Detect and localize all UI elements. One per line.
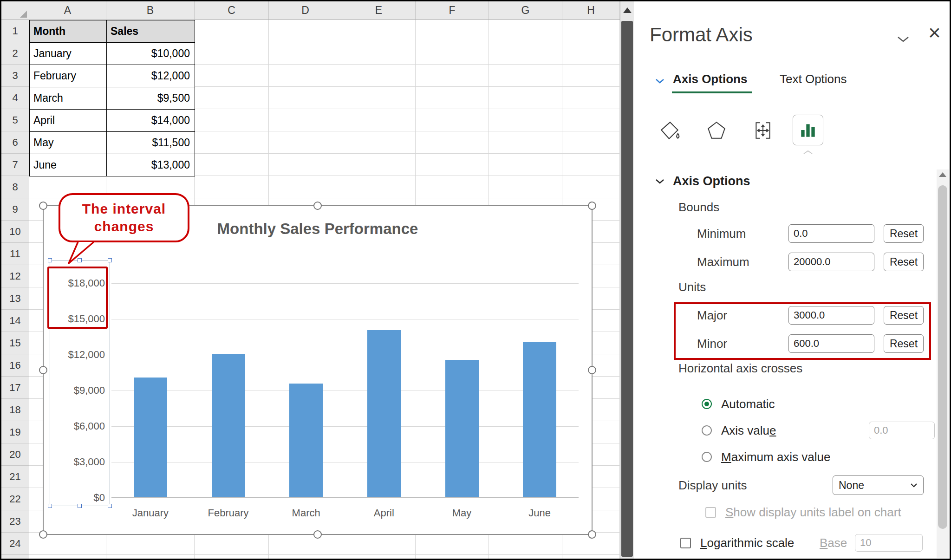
row-header-12[interactable]: 12 bbox=[1, 265, 29, 287]
row-header-3[interactable]: 3 bbox=[1, 65, 29, 87]
chart-bar-january[interactable] bbox=[134, 378, 167, 497]
row-header-13[interactable]: 13 bbox=[1, 287, 29, 310]
row-header-14[interactable]: 14 bbox=[1, 310, 29, 332]
collapse-pane-icon[interactable] bbox=[897, 36, 910, 43]
fill-icon[interactable] bbox=[656, 117, 684, 144]
row-header-19[interactable]: 19 bbox=[1, 421, 29, 443]
row-header-6[interactable]: 6 bbox=[1, 131, 29, 154]
table-cell-month[interactable]: June bbox=[30, 154, 107, 176]
row-header-7[interactable]: 7 bbox=[1, 154, 29, 176]
scroll-up-icon[interactable] bbox=[620, 1, 634, 19]
effects-icon[interactable] bbox=[703, 117, 730, 144]
column-header-h[interactable]: H bbox=[562, 1, 620, 20]
chart-bar-june[interactable] bbox=[523, 342, 556, 497]
pane-scrollbar[interactable] bbox=[937, 169, 949, 558]
x-axis-label[interactable]: March bbox=[292, 507, 320, 519]
column-header-a[interactable]: A bbox=[29, 1, 106, 20]
x-axis-label[interactable]: June bbox=[528, 507, 551, 519]
sheet-scrollbar-thumb[interactable] bbox=[621, 21, 633, 557]
automatic-radio[interactable] bbox=[702, 399, 712, 409]
sheet-scrollbar[interactable] bbox=[620, 1, 634, 559]
chart[interactable]: Monthly Sales Performance $18,000$15,000… bbox=[43, 205, 593, 535]
table-cell-month[interactable]: March bbox=[30, 87, 107, 110]
minimum-reset-button[interactable]: Reset bbox=[884, 224, 924, 243]
chart-handle-icon[interactable] bbox=[39, 366, 47, 374]
table-cell-month[interactable]: February bbox=[30, 65, 107, 87]
row-header-18[interactable]: 18 bbox=[1, 399, 29, 421]
row-header-24[interactable]: 24 bbox=[1, 533, 29, 555]
axis-handle-icon[interactable] bbox=[78, 504, 82, 508]
row-header-20[interactable]: 20 bbox=[1, 443, 29, 466]
size-properties-icon[interactable] bbox=[749, 117, 777, 144]
table-cell-sales[interactable]: $11,500 bbox=[107, 132, 195, 154]
x-axis-label[interactable]: April bbox=[374, 507, 394, 519]
axis-handle-icon[interactable] bbox=[48, 504, 52, 508]
minimum-input[interactable]: 0.0 bbox=[788, 224, 874, 243]
base-input[interactable]: 10 bbox=[855, 534, 923, 552]
maximum-reset-button[interactable]: Reset bbox=[884, 253, 924, 271]
row-header-5[interactable]: 5 bbox=[1, 109, 29, 131]
tab-axis-options[interactable]: Axis Options bbox=[673, 72, 747, 86]
chart-handle-icon[interactable] bbox=[39, 530, 47, 539]
tab-text-options[interactable]: Text Options bbox=[780, 72, 847, 86]
table-cell-sales[interactable]: $12,000 bbox=[107, 65, 195, 87]
axis-options-chevron-icon[interactable] bbox=[655, 78, 664, 84]
x-axis-label[interactable]: February bbox=[208, 507, 248, 519]
axis-handle-icon[interactable] bbox=[108, 504, 112, 508]
maximum-input[interactable]: 20000.0 bbox=[788, 253, 874, 271]
row-header-16[interactable]: 16 bbox=[1, 354, 29, 377]
row-header-8[interactable]: 8 bbox=[1, 176, 29, 198]
row-header-17[interactable]: 17 bbox=[1, 377, 29, 399]
row-header-22[interactable]: 22 bbox=[1, 488, 29, 510]
table-cell-sales[interactable]: $13,000 bbox=[107, 154, 195, 176]
axis-handle-icon[interactable] bbox=[48, 258, 52, 262]
row-header-1[interactable]: 1 bbox=[1, 20, 29, 42]
chart-bar-march[interactable] bbox=[289, 384, 323, 497]
display-units-dropdown[interactable]: None bbox=[833, 475, 924, 495]
table-header-cell[interactable]: Sales bbox=[107, 20, 195, 43]
row-header-4[interactable]: 4 bbox=[1, 87, 29, 109]
chart-handle-icon[interactable] bbox=[588, 366, 596, 374]
pane-scrollbar-thumb[interactable] bbox=[938, 185, 947, 529]
row-header-2[interactable]: 2 bbox=[1, 42, 29, 65]
axis-value-input[interactable]: 0.0 bbox=[869, 422, 935, 439]
close-pane-icon[interactable]: × bbox=[928, 22, 941, 43]
select-all-corner[interactable] bbox=[1, 1, 29, 20]
table-cell-sales[interactable]: $9,500 bbox=[107, 87, 195, 110]
chart-columns-icon[interactable] bbox=[793, 115, 823, 145]
column-header-e[interactable]: E bbox=[342, 1, 416, 20]
logarithmic-scale-checkbox[interactable] bbox=[680, 538, 691, 548]
x-axis-label[interactable]: January bbox=[132, 507, 169, 519]
table-cell-month[interactable]: April bbox=[30, 110, 107, 132]
row-header-15[interactable]: 15 bbox=[1, 332, 29, 354]
column-header-b[interactable]: B bbox=[106, 1, 195, 20]
chart-handle-icon[interactable] bbox=[313, 202, 322, 210]
table-cell-sales[interactable]: $10,000 bbox=[107, 43, 195, 65]
row-header-9[interactable]: 9 bbox=[1, 198, 29, 221]
section-axis-options[interactable]: Axis Options bbox=[673, 174, 750, 189]
row-header-10[interactable]: 10 bbox=[1, 221, 29, 243]
maximum-axis-value-radio[interactable] bbox=[702, 452, 712, 462]
column-header-c[interactable]: C bbox=[195, 1, 269, 20]
column-header-f[interactable]: F bbox=[416, 1, 489, 20]
column-header-g[interactable]: G bbox=[489, 1, 562, 20]
chart-handle-icon[interactable] bbox=[39, 202, 47, 210]
chart-handle-icon[interactable] bbox=[588, 202, 596, 210]
section-chevron-icon[interactable] bbox=[655, 179, 664, 184]
chart-bar-april[interactable] bbox=[367, 330, 401, 497]
table-header-cell[interactable]: Month bbox=[30, 20, 107, 43]
x-axis-label[interactable]: May bbox=[452, 507, 472, 519]
chart-handle-icon[interactable] bbox=[313, 530, 322, 539]
chart-handle-icon[interactable] bbox=[588, 530, 596, 539]
chart-bar-february[interactable] bbox=[212, 354, 245, 497]
row-header-21[interactable]: 21 bbox=[1, 466, 29, 488]
table-cell-month[interactable]: January bbox=[30, 43, 107, 65]
table-cell-month[interactable]: May bbox=[30, 132, 107, 154]
column-header-d[interactable]: D bbox=[269, 1, 342, 20]
chart-bar-may[interactable] bbox=[445, 360, 479, 497]
axis-value-radio[interactable] bbox=[702, 425, 712, 436]
pane-scroll-up-icon[interactable] bbox=[937, 172, 949, 177]
row-header-11[interactable]: 11 bbox=[1, 243, 29, 265]
x-axis[interactable]: JanuaryFebruaryMarchAprilMayJune bbox=[111, 507, 579, 521]
row-header-23[interactable]: 23 bbox=[1, 510, 29, 533]
